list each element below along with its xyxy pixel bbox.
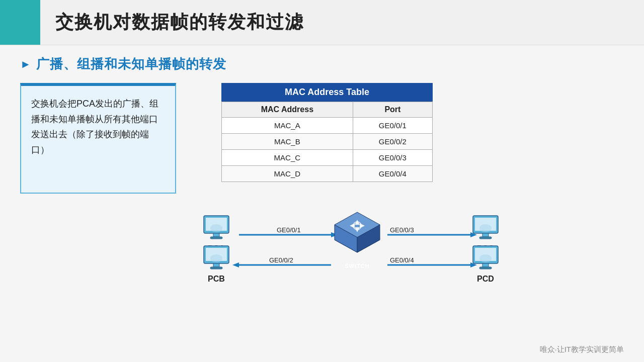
svg-rect-15: [213, 263, 219, 267]
svg-point-12: [210, 224, 222, 232]
mac-address-table: MAC Address Table MAC Address Port MAC_A…: [221, 83, 433, 182]
mac-table-grid: MAC Address Port MAC_AGE0/0/1MAC_BGE0/0/…: [221, 102, 433, 182]
table-row: MAC_DGE0/0/4: [222, 166, 433, 182]
svg-point-17: [210, 254, 222, 262]
section-title: 广播、组播和未知单播帧的转发: [36, 55, 226, 73]
arrow-icon: ►: [20, 58, 31, 71]
footer: 唯众·让IT教学实训更简单: [540, 345, 624, 354]
switch-text-label: SWITCH: [345, 263, 369, 269]
right-area: MAC Address Table MAC Address Port MAC_A…: [191, 83, 624, 303]
svg-rect-16: [210, 267, 222, 269]
mac-cell: MAC_C: [222, 150, 353, 166]
page-title: 交换机对数据帧的转发和过滤: [55, 10, 304, 35]
description-text: 交换机会把PCA发出的广播、组播和未知单播帧从所有其他端口发送出去（除了接收到帧…: [31, 99, 158, 155]
port-ge001-label: GE0/0/1: [277, 226, 301, 234]
description-box: 交换机会把PCA发出的广播、组播和未知单播帧从所有其他端口发送出去（除了接收到帧…: [20, 83, 176, 194]
col-port-header: Port: [353, 102, 432, 118]
pcb-label: PCB: [208, 275, 225, 284]
port-ge004-label: GE0/0/4: [390, 256, 414, 264]
svg-marker-5: [232, 262, 239, 267]
port-cell: GE0/0/1: [353, 118, 432, 134]
port-ge002-label: GE0/0/2: [269, 256, 293, 264]
footer-text: 唯众·让IT教学实训更简单: [540, 345, 624, 353]
pcd-computer-icon: [470, 245, 501, 273]
header: 交换机对数据帧的转发和过滤: [0, 0, 644, 45]
svg-rect-20: [482, 233, 489, 237]
svg-point-27: [479, 254, 492, 262]
content-area: 交换机会把PCA发出的广播、组播和未知单播帧从所有其他端口发送出去（除了接收到帧…: [20, 83, 624, 303]
pcd-label: PCD: [477, 275, 494, 284]
mac-cell: MAC_A: [222, 118, 353, 134]
mac-table-title: MAC Address Table: [221, 83, 433, 102]
port-cell: GE0/0/3: [353, 150, 432, 166]
svg-rect-26: [479, 267, 492, 269]
svg-rect-11: [210, 237, 222, 239]
pcc-computer-icon: [470, 215, 501, 242]
mac-cell: MAC_D: [222, 166, 353, 182]
port-ge003-label: GE0/0/3: [390, 226, 414, 234]
table-row: MAC_BGE0/0/2: [222, 134, 433, 150]
section-heading: ► 广播、组播和未知单播帧的转发: [20, 55, 624, 73]
pca-computer-icon: [201, 215, 231, 242]
pcb-computer-icon: [201, 245, 231, 273]
svg-rect-10: [213, 233, 219, 237]
port-cell: GE0/0/4: [353, 166, 432, 182]
pcd-icon: PCD: [470, 245, 501, 284]
table-row: MAC_CGE0/0/3: [222, 150, 433, 166]
col-mac-header: MAC Address: [222, 102, 353, 118]
main-content: ► 广播、组播和未知单播帧的转发 交换机会把PCA发出的广播、组播和未知单播帧从…: [0, 45, 644, 313]
header-title-area: 交换机对数据帧的转发和过滤: [40, 0, 644, 45]
port-cell: GE0/0/2: [353, 134, 432, 150]
mac-cell: MAC_B: [222, 134, 353, 150]
svg-rect-25: [482, 263, 489, 267]
table-row: MAC_AGE0/0/1: [222, 118, 433, 134]
header-accent: [0, 0, 40, 45]
svg-rect-21: [479, 237, 492, 239]
svg-point-22: [479, 224, 492, 232]
switch-shape: [330, 210, 385, 260]
pcb-icon: PCB: [201, 245, 231, 284]
switch-icon: SWITCH: [330, 210, 385, 260]
network-diagram: PCA PCB: [191, 187, 533, 303]
